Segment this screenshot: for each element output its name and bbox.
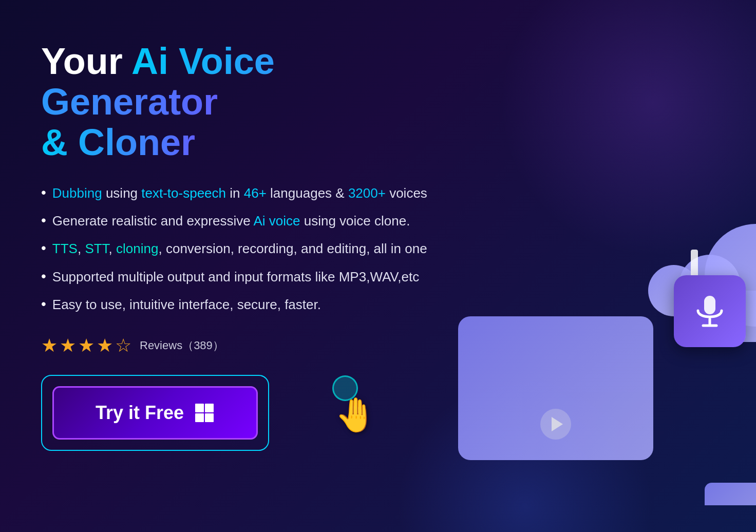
reviews-row: ★ ★ ★ ★ ☆ Reviews（389） (41, 335, 442, 356)
feature-2-text: Generate realistic and expressive Ai voi… (52, 212, 410, 230)
feature-1-langs: 46+ (244, 185, 267, 201)
svg-rect-0 (195, 404, 204, 412)
folder-main (458, 316, 653, 460)
folder-tab (705, 483, 756, 505)
feature-item-1: Dubbing using text-to-speech in 46+ lang… (41, 184, 442, 202)
feature-3-stt: STT (85, 241, 108, 256)
feature-item-3: TTS, STT, cloning, conversion, recording… (41, 239, 442, 258)
svg-rect-1 (205, 404, 214, 412)
headline-blue2: & Cloner (41, 122, 195, 163)
svg-rect-2 (195, 413, 204, 422)
headline: Your Ai Voice Generator & Cloner (41, 41, 442, 163)
try-button-label: Try it Free (96, 402, 184, 424)
feature-1-text: Dubbing using text-to-speech in 46+ lang… (52, 184, 427, 202)
hand-cursor-icon: 🤚 (335, 395, 376, 434)
feature-1-tts: text-to-speech (141, 185, 226, 201)
svg-rect-3 (205, 413, 214, 422)
star-4: ★ (97, 335, 113, 356)
main-container: Your Ai Voice Generator & Cloner Dubbing… (0, 0, 756, 532)
reviews-label: Reviews（389） (140, 338, 224, 353)
feature-3-cloning: cloning (116, 241, 158, 256)
folder-play-button (540, 409, 571, 440)
feature-3-tts: TTS (52, 241, 78, 256)
try-it-free-button[interactable]: Try it Free (52, 386, 258, 440)
windows-icon (194, 403, 215, 423)
feature-item-2: Generate realistic and expressive Ai voi… (41, 212, 442, 230)
feature-4-text: Supported multiple output and input form… (52, 268, 419, 286)
illustration (417, 183, 735, 532)
folder-play-triangle (552, 417, 563, 431)
star-3: ★ (78, 335, 94, 356)
svg-rect-4 (704, 296, 715, 314)
star-5: ☆ (115, 335, 131, 356)
cta-container: Try it Free 🤚 (41, 375, 269, 451)
star-2: ★ (60, 335, 76, 356)
mic-icon (692, 293, 728, 329)
feature-5-text: Easy to use, intuitive interface, secure… (52, 295, 321, 314)
headline-white: Your (41, 41, 131, 82)
feature-item-5: Easy to use, intuitive interface, secure… (41, 295, 442, 314)
feature-2-aivoice: Ai voice (253, 213, 300, 229)
feature-1-dubbing: Dubbing (52, 185, 102, 201)
feature-item-4: Supported multiple output and input form… (41, 268, 442, 286)
feature-3-text: TTS, STT, cloning, conversion, recording… (52, 239, 427, 258)
star-rating: ★ ★ ★ ★ ☆ (41, 335, 131, 356)
features-list: Dubbing using text-to-speech in 46+ lang… (41, 184, 442, 314)
feature-1-voices: 3200+ (348, 185, 386, 201)
content-area: Your Ai Voice Generator & Cloner Dubbing… (41, 31, 442, 451)
star-1: ★ (41, 335, 58, 356)
mic-card (674, 275, 746, 347)
